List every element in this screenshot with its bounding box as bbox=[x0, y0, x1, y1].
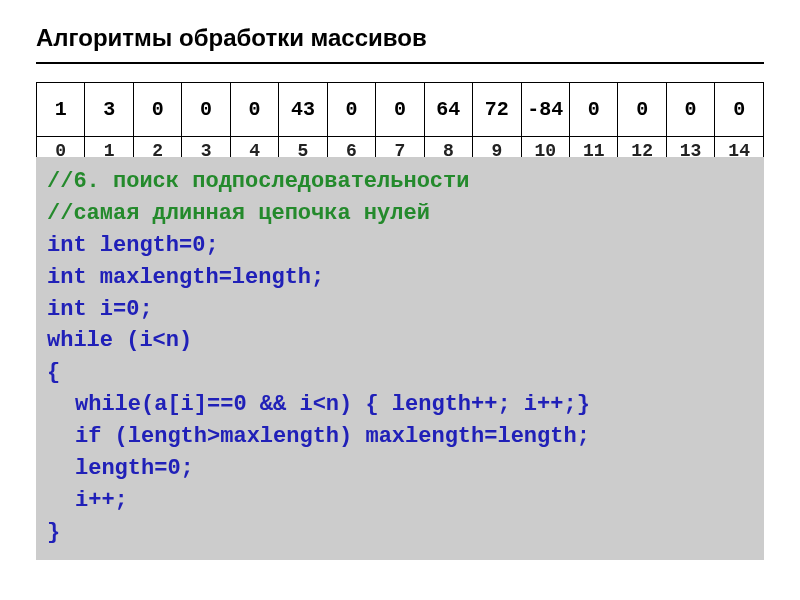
array-cell: 64 bbox=[424, 83, 472, 137]
array-cell: 72 bbox=[473, 83, 521, 137]
array-cell: 0 bbox=[133, 83, 181, 137]
code-line: if (length>maxlength) maxlength=length; bbox=[47, 421, 753, 453]
array-cell: 0 bbox=[230, 83, 278, 137]
code-line: i++; bbox=[47, 485, 753, 517]
code-line: while (i<n) bbox=[47, 325, 753, 357]
code-line: length=0; bbox=[47, 453, 753, 485]
code-line: int maxlength=length; bbox=[47, 262, 753, 294]
array-cell: -84 bbox=[521, 83, 569, 137]
array-cell: 43 bbox=[279, 83, 327, 137]
code-text: if (length>maxlength) maxlength=length; bbox=[47, 421, 590, 453]
slide: Алгоритмы обработки массивов 1 3 0 0 0 4… bbox=[0, 0, 800, 600]
array-table-wrap: 1 3 0 0 0 43 0 0 64 72 -84 0 0 0 0 0 1 2… bbox=[36, 82, 764, 165]
array-values-row: 1 3 0 0 0 43 0 0 64 72 -84 0 0 0 0 bbox=[37, 83, 764, 137]
array-cell: 0 bbox=[569, 83, 617, 137]
array-cell: 0 bbox=[182, 83, 230, 137]
code-text: while(a[i]==0 && i<n) { length++; i++;} bbox=[47, 389, 590, 421]
slide-title: Алгоритмы обработки массивов bbox=[36, 24, 764, 64]
code-text: length=0; bbox=[47, 453, 194, 485]
array-cell: 0 bbox=[666, 83, 714, 137]
array-cell: 0 bbox=[715, 83, 764, 137]
array-table: 1 3 0 0 0 43 0 0 64 72 -84 0 0 0 0 0 1 2… bbox=[36, 82, 764, 165]
code-block: //6. поиск подпоследовательности //самая… bbox=[36, 157, 764, 560]
code-comment: //6. поиск подпоследовательности bbox=[47, 166, 753, 198]
code-line: int i=0; bbox=[47, 294, 753, 326]
array-cell: 0 bbox=[327, 83, 375, 137]
code-line: int length=0; bbox=[47, 230, 753, 262]
code-line: } bbox=[47, 517, 753, 549]
array-cell: 3 bbox=[85, 83, 133, 137]
code-comment: //самая длинная цепочка нулей bbox=[47, 198, 753, 230]
array-cell: 0 bbox=[618, 83, 666, 137]
code-text: i++; bbox=[47, 485, 128, 517]
code-line: { bbox=[47, 357, 753, 389]
array-cell: 0 bbox=[376, 83, 424, 137]
array-cell: 1 bbox=[37, 83, 85, 137]
code-line: while(a[i]==0 && i<n) { length++; i++;} bbox=[47, 389, 753, 421]
